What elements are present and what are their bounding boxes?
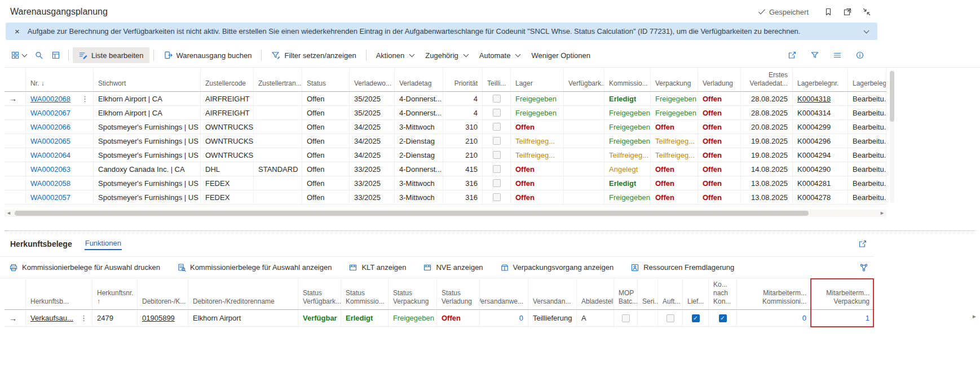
function-ressourcen-fremdlagerung[interactable]: Ressourcen Fremdlagerung	[630, 263, 734, 272]
debitor_nr-link[interactable]: 01905899	[142, 314, 175, 322]
scroll-right-icon[interactable]: ►	[880, 210, 885, 217]
col-mit_verp[interactable]: Mitarbeiterm... Verpackung	[811, 278, 875, 309]
function-kommissionierbelege-f-r-auswahl-drucken[interactable]: Kommissionierbelege für Auswahl drucken	[9, 263, 160, 272]
popout-button[interactable]	[839, 4, 856, 20]
col-st_verp[interactable]: Status Verpackung	[389, 278, 437, 309]
function-nve-anzeigen[interactable]: NVE anzeigen	[423, 263, 483, 272]
view-options-button[interactable]	[7, 47, 30, 63]
col-deb_name[interactable]: Debitoren-/Kreditorenname	[188, 278, 298, 309]
col-prio[interactable]: Priorität	[443, 69, 483, 91]
col-lagerbeleg[interactable]: Lagerbeleg...	[848, 69, 886, 91]
table-row[interactable]: WA0002057Spotsmeyer's Furnishings | USFE…	[5, 190, 886, 205]
col-verpackung[interactable]: Verpackung	[651, 69, 698, 91]
scroll-left-icon[interactable]: ◄	[6, 210, 11, 217]
nr-link[interactable]: WA0002068	[30, 95, 70, 103]
col-stichwort[interactable]: Stichwort	[94, 69, 201, 91]
nr-link[interactable]: WA0002063	[30, 165, 70, 174]
col-lager[interactable]: Lager	[511, 69, 564, 91]
dismiss-notification-button[interactable]: ×	[15, 27, 20, 35]
unchecked-checkbox[interactable]: ✓	[666, 314, 674, 322]
col-nr[interactable]: Nr. ↓	[26, 69, 94, 91]
analyze-button[interactable]	[47, 47, 64, 63]
horizontal-scrollbar-thumb[interactable]	[15, 211, 809, 216]
col-abladestelle[interactable]: Abladestelle	[577, 278, 614, 309]
search-button[interactable]	[30, 47, 47, 63]
vertical-scrollbar[interactable]	[890, 70, 894, 203]
toolbar-liste-bearbeiten[interactable]: Liste bearbeiten	[73, 47, 149, 63]
functions-right-icon-button[interactable]	[859, 263, 874, 272]
col-lagerbelegnr[interactable]: Lagerbelegnr.	[793, 69, 848, 91]
unchecked-checkbox[interactable]: ✓	[622, 314, 630, 322]
table-row[interactable]: →Verkaufsau...⋮247901905899Elkhorn Airpo…	[5, 310, 875, 327]
table-row[interactable]: WA0002063Candoxy Canada Inc. | CADHLSTAN…	[5, 162, 886, 176]
col-erstes[interactable]: Erstes Verladedat...	[741, 69, 793, 91]
col-auft[interactable]: Auft...	[658, 278, 683, 309]
col-verladung[interactable]: Verladung	[698, 69, 741, 91]
table-row[interactable]: WA0002065Spotsmeyer's Furnishings | USOW…	[5, 134, 886, 148]
col-zustellercode[interactable]: Zustellercode	[201, 69, 254, 91]
nr-link[interactable]: WA0002057	[30, 193, 70, 202]
table-row[interactable]: WA0002064Spotsmeyer's Furnishings | USOW…	[5, 148, 886, 162]
expand-notification-chevron-icon[interactable]	[864, 28, 869, 33]
unchecked-checkbox[interactable]: ✓	[493, 123, 501, 131]
col-herkunftsnr[interactable]: Herkunftsnr. ↑	[92, 278, 138, 309]
scroll-right-icon[interactable]: ►	[972, 313, 977, 319]
filter-button[interactable]	[806, 47, 823, 63]
herkunftsb-link[interactable]: Verkaufsau...	[30, 314, 73, 322]
col-verladewo[interactable]: Verladewo...	[350, 69, 395, 91]
vertical-scrollbar-thumb[interactable]	[890, 71, 894, 122]
table-row[interactable]: WA0002058Spotsmeyer's Furnishings | USFE…	[5, 176, 886, 190]
info-button[interactable]	[851, 47, 868, 63]
table-row[interactable]: →WA0002068⋮Elkhorn Airport | CAAIRFREIGH…	[5, 92, 886, 106]
col-versandart[interactable]: Versandan...	[528, 278, 577, 309]
nr-link[interactable]: WA0002058	[30, 179, 70, 188]
col-st_komm[interactable]: Status Kommissio...	[341, 278, 389, 309]
toolbar-aktionen[interactable]: Aktionen	[370, 48, 420, 63]
nr-link[interactable]: WA0002066	[30, 123, 70, 131]
col-teilli[interactable]: Teilli...	[483, 69, 511, 91]
function-verpackungsvorgang-anzeigen[interactable]: Verpackungsvorgang anzeigen	[500, 263, 614, 272]
col-verladetag[interactable]: Verladetag	[395, 69, 443, 91]
col-zustellertran[interactable]: Zustellertran...	[254, 69, 302, 91]
toolbar-warenausgang-buchen[interactable]: Warenausgang buchen	[158, 47, 258, 63]
row-menu-button[interactable]: ⋮	[78, 95, 89, 103]
nr-link[interactable]: WA0002064	[30, 151, 70, 159]
list-view-button[interactable]	[829, 47, 846, 63]
col-status[interactable]: Status	[302, 69, 350, 91]
nr-link[interactable]: WA0002065	[30, 137, 70, 145]
col-debitor_nr[interactable]: Debitoren-/K...	[138, 278, 188, 309]
share-button[interactable]	[784, 47, 801, 63]
col-st_verl[interactable]: Status Verladung	[437, 278, 480, 309]
col-st_verf[interactable]: Status Verfügbark...	[298, 278, 341, 309]
toolbar-automate[interactable]: Automate	[474, 48, 526, 63]
section-share-button[interactable]	[858, 239, 874, 248]
unchecked-checkbox[interactable]: ✓	[493, 95, 501, 103]
horizontal-scrollbar[interactable]: ◄ ►	[5, 210, 886, 217]
checked-checkbox[interactable]: ✓	[692, 314, 700, 322]
collapse-button[interactable]	[858, 4, 875, 20]
col-herkunftsb[interactable]: Herkunftsb...	[26, 278, 92, 309]
col-ko_nach[interactable]: Ko... nach Kon...	[709, 278, 737, 309]
function-kommissionierbelege-f-r-auswahl-anzeigen[interactable]: Kommissionierbelege für Auswahl anzeigen	[177, 263, 332, 272]
bookmark-button[interactable]	[820, 4, 837, 20]
tab-funktionen[interactable]: Funktionen	[85, 237, 122, 250]
table-row[interactable]: WA0002067Elkhorn Airport | CAAIRFREIGHTO…	[5, 106, 886, 120]
checked-checkbox[interactable]: ✓	[719, 314, 727, 322]
toolbar-zugeh-rig[interactable]: Zugehörig	[420, 48, 474, 63]
table-row[interactable]: WA0002066Spotsmeyer's Furnishings | USOW…	[5, 120, 886, 134]
col-seri[interactable]: Seri...	[638, 278, 658, 309]
unchecked-checkbox[interactable]: ✓	[493, 193, 501, 201]
col-mit_komm[interactable]: Mitarbeiterm... Kommissioni...	[737, 278, 811, 309]
toolbar-filter-setzen-anzeigen[interactable]: Filter setzen/anzeigen	[266, 47, 361, 63]
col-verfuegbark[interactable]: Verfügbark...	[564, 69, 604, 91]
unchecked-checkbox[interactable]: ✓	[493, 109, 501, 117]
col-kommissio[interactable]: Kommissio...	[604, 69, 651, 91]
function-klt-anzeigen[interactable]: KLT anzeigen	[348, 263, 406, 272]
row-menu-button[interactable]: ⋮	[77, 314, 87, 322]
unchecked-checkbox[interactable]: ✓	[493, 151, 501, 159]
toolbar-weniger-optionen[interactable]: Weniger Optionen	[526, 48, 596, 63]
nr-link[interactable]: WA0002067	[30, 109, 70, 117]
col-versandanwe[interactable]: Versandanwe...	[480, 278, 528, 309]
unchecked-checkbox[interactable]: ✓	[493, 179, 501, 187]
col-lief[interactable]: Lief...	[683, 278, 709, 309]
